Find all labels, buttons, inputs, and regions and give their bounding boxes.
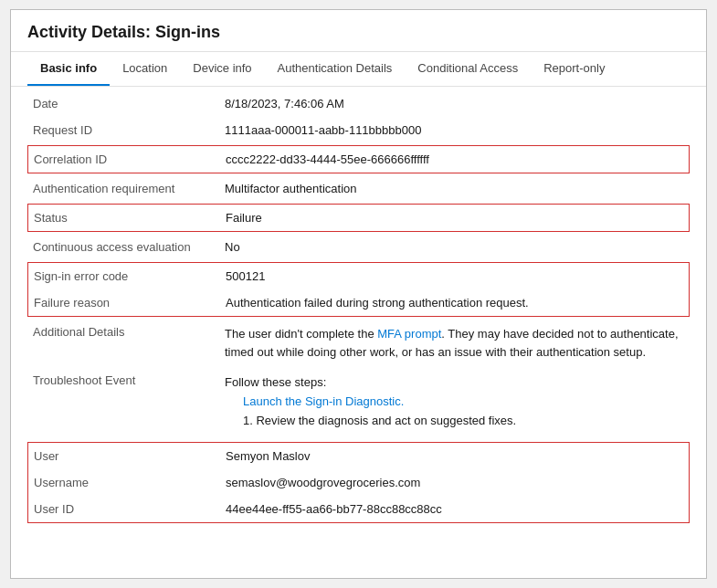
- troubleshoot-value: Follow these steps: Launch the Sign-in D…: [225, 373, 684, 430]
- user-id-value: 44ee44ee-ff55-aa66-bb77-88cc88cc88cc: [226, 502, 683, 516]
- tab-device-info[interactable]: Device info: [180, 52, 264, 86]
- username-value: semaslov@woodgrovegroceries.com: [226, 476, 683, 489]
- status-label: Status: [34, 211, 226, 225]
- failure-reason-value: Authentication failed during strong auth…: [226, 296, 683, 310]
- username-label: Username: [34, 476, 226, 489]
- tab-auth-details[interactable]: Authentication Details: [265, 52, 406, 86]
- request-id-value[interactable]: 1111aaa-000011-aabb-111bbbbb000: [225, 123, 684, 137]
- user-label: User: [34, 449, 226, 463]
- auth-req-label: Authentication requirement: [33, 182, 225, 195]
- username-row: Username semaslov@woodgrovegroceries.com: [28, 469, 689, 496]
- user-id-row: User ID 44ee44ee-ff55-aa66-bb77-88cc88cc…: [28, 496, 689, 522]
- tab-conditional-access[interactable]: Conditional Access: [405, 52, 531, 86]
- sign-in-error-row: Sign-in error code 500121: [28, 263, 689, 289]
- sign-in-error-value: 500121: [226, 269, 683, 283]
- user-row: User Semyon Maslov: [28, 443, 689, 469]
- tab-location[interactable]: Location: [110, 52, 180, 86]
- troubleshoot-label: Troubleshoot Event: [33, 373, 225, 387]
- request-id-label: Request ID: [33, 123, 225, 137]
- continuous-eval-label: Continuous access evaluation: [33, 240, 225, 254]
- tab-report-only[interactable]: Report-only: [531, 52, 617, 86]
- additional-details-label: Additional Details: [33, 325, 225, 339]
- auth-req-value: Multifactor authentication: [225, 182, 684, 195]
- continuous-eval-row: Continuous access evaluation No: [27, 234, 690, 260]
- troubleshoot-link[interactable]: Launch the Sign-in Diagnostic.: [243, 393, 684, 412]
- correlation-id-row: Correlation ID cccc2222-dd33-4444-55ee-6…: [27, 145, 690, 173]
- correlation-id-value: cccc2222-dd33-4444-55ee-666666ffffff: [226, 152, 683, 166]
- date-label: Date: [33, 97, 225, 110]
- status-row: Status Failure: [27, 204, 690, 232]
- continuous-eval-value: No: [225, 240, 684, 254]
- title-bar: Activity Details: Sign-ins: [11, 10, 706, 52]
- page-title: Activity Details: Sign-ins: [27, 23, 690, 42]
- auth-req-row: Authentication requirement Multifactor a…: [27, 175, 690, 202]
- additional-details-value: The user didn't complete the MFA prompt.…: [225, 325, 684, 361]
- date-value: 8/18/2023, 7:46:06 AM: [225, 97, 684, 110]
- user-id-label: User ID: [34, 502, 226, 516]
- additional-details-text1: The user didn't complete the: [225, 327, 377, 341]
- troubleshoot-row: Troubleshoot Event Follow these steps: L…: [27, 367, 690, 436]
- correlation-id-label: Correlation ID: [34, 152, 226, 166]
- content-area: Date 8/18/2023, 7:46:06 AM Request ID 11…: [11, 90, 706, 541]
- sign-in-error-label: Sign-in error code: [34, 269, 226, 283]
- status-value: Failure: [226, 211, 683, 225]
- user-value[interactable]: Semyon Maslov: [226, 449, 683, 463]
- tab-bar: Basic info Location Device info Authenti…: [11, 52, 706, 87]
- main-window: Activity Details: Sign-ins Basic info Lo…: [10, 9, 707, 579]
- additional-details-row: Additional Details The user didn't compl…: [27, 319, 690, 367]
- user-group: User Semyon Maslov Username semaslov@woo…: [27, 442, 690, 523]
- tab-basic-info[interactable]: Basic info: [27, 52, 110, 86]
- request-id-row: Request ID 1111aaa-000011-aabb-111bbbbb0…: [27, 117, 690, 143]
- troubleshoot-step: 1. Review the diagnosis and act on sugge…: [243, 412, 684, 431]
- troubleshoot-follow: Follow these steps:: [225, 373, 684, 393]
- additional-details-highlight: MFA prompt: [377, 327, 441, 341]
- date-row: Date 8/18/2023, 7:46:06 AM: [27, 90, 690, 117]
- failure-reason-label: Failure reason: [34, 296, 226, 310]
- error-group: Sign-in error code 500121 Failure reason…: [27, 262, 690, 317]
- failure-reason-row: Failure reason Authentication failed dur…: [28, 289, 689, 316]
